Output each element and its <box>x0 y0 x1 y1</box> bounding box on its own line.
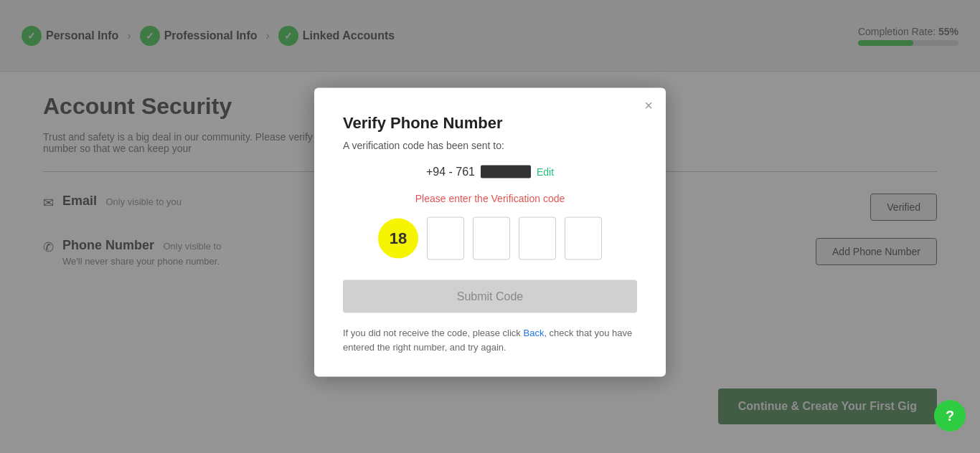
verification-prompt: Please enter the Verification code <box>343 193 637 204</box>
help-button[interactable]: ? <box>934 400 966 431</box>
back-link[interactable]: Back <box>523 328 544 338</box>
code-input-3[interactable] <box>519 217 556 260</box>
modal-subtitle: A verification code has been sent to: <box>343 140 637 151</box>
modal-close-button[interactable]: × <box>644 98 653 113</box>
resend-text: If you did not receive the code, please … <box>343 326 637 354</box>
submit-code-button[interactable]: Submit Code <box>343 280 637 313</box>
edit-link[interactable]: Edit <box>537 166 554 178</box>
modal-title: Verify Phone Number <box>343 114 637 133</box>
verify-phone-modal: × Verify Phone Number A verification cod… <box>314 88 666 377</box>
code-inputs: 18 <box>343 217 637 260</box>
phone-prefix: +94 - 761 <box>426 166 475 178</box>
phone-display: +94 - 761 Edit <box>343 166 637 178</box>
timer-circle: 18 <box>378 219 418 259</box>
phone-masked <box>481 166 531 178</box>
code-input-4[interactable] <box>565 217 602 260</box>
code-input-2[interactable] <box>473 217 510 260</box>
resend-prefix: If you did not receive the code, please … <box>343 328 523 338</box>
code-input-1[interactable] <box>427 217 464 260</box>
